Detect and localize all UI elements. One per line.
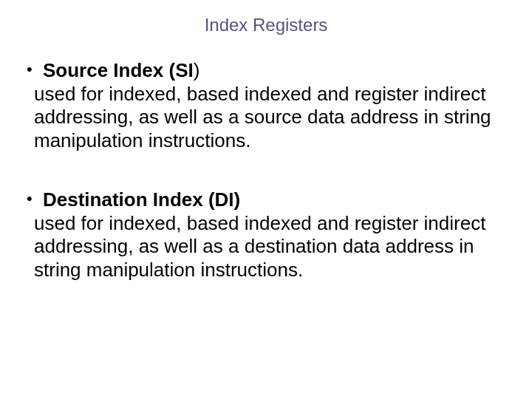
slide-title: Index Registers (0, 15, 532, 35)
bullet-icon: • (27, 59, 43, 81)
slide: Index Registers • Source Index (SI) used… (0, 0, 532, 399)
item-label-wrap: Source Index (SI) (43, 59, 200, 83)
item-label: Destination Index (DI) (43, 188, 240, 211)
list-item: • Source Index (SI) used for indexed, ba… (27, 59, 505, 153)
item-description: used for indexed, based indexed and regi… (34, 83, 505, 153)
item-label: Source Index (SI (43, 59, 194, 81)
slide-body: • Source Index (SI) used for indexed, ba… (27, 59, 505, 318)
list-item: • Destination Index (DI) used for indexe… (27, 188, 505, 282)
bullet-line: • Source Index (SI) (27, 59, 505, 83)
item-label-close: ) (194, 59, 200, 81)
bullet-icon: • (27, 188, 43, 210)
item-label-wrap: Destination Index (DI) (43, 188, 240, 212)
item-description: used for indexed, based indexed and regi… (34, 212, 505, 282)
bullet-line: • Destination Index (DI) (27, 188, 505, 212)
